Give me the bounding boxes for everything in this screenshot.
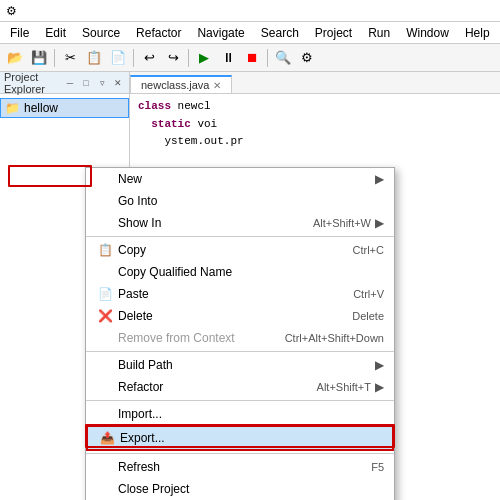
toolbar-paste-btn[interactable]: 📄 xyxy=(107,47,129,69)
panel-content: 📁 hellow xyxy=(0,94,129,122)
code-line-2: static voi xyxy=(138,116,492,134)
toolbar-settings-btn[interactable]: ⚙ xyxy=(296,47,318,69)
ctx-separator xyxy=(86,351,394,352)
menu-run[interactable]: Run xyxy=(360,24,398,42)
tree-item-icon: 📁 xyxy=(5,101,20,115)
menu-source[interactable]: Source xyxy=(74,24,128,42)
menu-navigate[interactable]: Navigate xyxy=(189,24,252,42)
ctx-label-refresh: Refresh xyxy=(118,460,351,474)
panel-header: Project Explorer ─ □ ▿ ✕ xyxy=(0,72,129,94)
ctx-item-buildpath[interactable]: Build Path▶ xyxy=(86,354,394,376)
ctx-item-paste[interactable]: 📄PasteCtrl+V xyxy=(86,283,394,305)
toolbar-cut-btn[interactable]: ✂ xyxy=(59,47,81,69)
ctx-icon-paste: 📄 xyxy=(96,287,114,301)
ctx-item-refactor[interactable]: RefactorAlt+Shift+T▶ xyxy=(86,376,394,398)
tree-item-hellow[interactable]: 📁 hellow xyxy=(0,98,129,118)
ctx-label-delete: Delete xyxy=(118,309,332,323)
ctx-separator xyxy=(86,236,394,237)
title-bar: ⚙ xyxy=(0,0,500,22)
code-keyword-2: static xyxy=(138,118,197,130)
toolbar-redo-btn[interactable]: ↪ xyxy=(162,47,184,69)
tab-newclass[interactable]: newclass.java ✕ xyxy=(130,75,232,93)
panel-menu-btn[interactable]: ✕ xyxy=(111,76,125,90)
toolbar-run-btn[interactable]: ▶ xyxy=(193,47,215,69)
ctx-shortcut-copy: Ctrl+C xyxy=(353,244,384,256)
code-text-2: voi xyxy=(197,118,217,130)
ctx-item-import[interactable]: Import... xyxy=(86,403,394,425)
ctx-shortcut-showin: Alt+Shift+W xyxy=(313,217,371,229)
ctx-item-new[interactable]: New▶ xyxy=(86,168,394,190)
ctx-shortcut-refactor: Alt+Shift+T xyxy=(317,381,371,393)
menu-file[interactable]: File xyxy=(2,24,37,42)
toolbar-undo-btn[interactable]: ↩ xyxy=(138,47,160,69)
menu-project[interactable]: Project xyxy=(307,24,360,42)
ctx-label-copy: Copy xyxy=(118,243,333,257)
toolbar-sep-3 xyxy=(188,49,189,67)
menu-help[interactable]: Help xyxy=(457,24,498,42)
ctx-shortcut-paste: Ctrl+V xyxy=(353,288,384,300)
toolbar-stop-btn[interactable]: ⏹ xyxy=(241,47,263,69)
panel-close-btn[interactable]: ▿ xyxy=(95,76,109,90)
main-area: Project Explorer ─ □ ▿ ✕ 📁 hellow newcla… xyxy=(0,72,500,500)
code-area: class newcl static voi ystem.out.pr xyxy=(130,94,500,155)
context-menu: New▶Go IntoShow InAlt+Shift+W▶📋CopyCtrl+… xyxy=(85,167,395,500)
toolbar-save-btn[interactable]: 💾 xyxy=(28,47,50,69)
ctx-label-closeproject: Close Project xyxy=(118,482,384,496)
ctx-shortcut-refresh: F5 xyxy=(371,461,384,473)
code-text-1: newcl xyxy=(178,100,211,112)
toolbar-copy-btn[interactable]: 📋 xyxy=(83,47,105,69)
ctx-arrow-showin: ▶ xyxy=(375,216,384,230)
ctx-label-refactor: Refactor xyxy=(118,380,297,394)
code-line-3: ystem.out.pr xyxy=(138,133,492,151)
toolbar-sep-1 xyxy=(54,49,55,67)
ctx-item-copyqualified[interactable]: Copy Qualified Name xyxy=(86,261,394,283)
toolbar-pause-btn[interactable]: ⏸ xyxy=(217,47,239,69)
tree-item-label: hellow xyxy=(24,101,58,115)
toolbar-search-btn[interactable]: 🔍 xyxy=(272,47,294,69)
ctx-separator xyxy=(86,453,394,454)
ctx-label-export: Export... xyxy=(120,431,382,445)
ctx-item-delete[interactable]: ❌DeleteDelete xyxy=(86,305,394,327)
ctx-icon-delete: ❌ xyxy=(96,309,114,323)
panel-header-icons: ─ □ ▿ ✕ xyxy=(63,76,125,90)
tab-bar: newclass.java ✕ xyxy=(130,72,500,94)
toolbar-new-btn[interactable]: 📂 xyxy=(4,47,26,69)
ctx-label-paste: Paste xyxy=(118,287,333,301)
ctx-label-buildpath: Build Path xyxy=(118,358,371,372)
ctx-icon-export: 📤 xyxy=(98,431,116,445)
ctx-arrow-buildpath: ▶ xyxy=(375,358,384,372)
tab-close-icon[interactable]: ✕ xyxy=(213,80,221,91)
toolbar-sep-4 xyxy=(267,49,268,67)
ctx-item-gointo[interactable]: Go Into xyxy=(86,190,394,212)
menu-bar: File Edit Source Refactor Navigate Searc… xyxy=(0,22,500,44)
ctx-item-showin[interactable]: Show InAlt+Shift+W▶ xyxy=(86,212,394,234)
panel-maximize-btn[interactable]: □ xyxy=(79,76,93,90)
ctx-item-export[interactable]: 📤Export... xyxy=(86,425,394,451)
ctx-label-new: New xyxy=(118,172,371,186)
ctx-item-closeproject[interactable]: Close Project xyxy=(86,478,394,500)
ctx-label-import: Import... xyxy=(118,407,384,421)
ctx-arrow-new: ▶ xyxy=(375,172,384,186)
menu-edit[interactable]: Edit xyxy=(37,24,74,42)
panel-title: Project Explorer xyxy=(4,71,59,95)
app-icon: ⚙ xyxy=(6,4,20,18)
panel-minimize-btn[interactable]: ─ xyxy=(63,76,77,90)
ctx-label-copyqualified: Copy Qualified Name xyxy=(118,265,384,279)
menu-search[interactable]: Search xyxy=(253,24,307,42)
ctx-label-gointo: Go Into xyxy=(118,194,384,208)
code-line-1: class newcl xyxy=(138,98,492,116)
ctx-separator xyxy=(86,400,394,401)
ctx-item-removefromcontext: Remove from ContextCtrl+Alt+Shift+Down xyxy=(86,327,394,349)
toolbar-sep-2 xyxy=(133,49,134,67)
menu-refactor[interactable]: Refactor xyxy=(128,24,189,42)
code-text-3: ystem.out.pr xyxy=(138,135,244,147)
ctx-item-copy[interactable]: 📋CopyCtrl+C xyxy=(86,239,394,261)
menu-window[interactable]: Window xyxy=(398,24,457,42)
ctx-shortcut-removefromcontext: Ctrl+Alt+Shift+Down xyxy=(285,332,384,344)
ctx-icon-copy: 📋 xyxy=(96,243,114,257)
toolbar: 📂 💾 ✂ 📋 📄 ↩ ↪ ▶ ⏸ ⏹ 🔍 ⚙ xyxy=(0,44,500,72)
ctx-item-refresh[interactable]: RefreshF5 xyxy=(86,456,394,478)
ctx-arrow-refactor: ▶ xyxy=(375,380,384,394)
ctx-shortcut-delete: Delete xyxy=(352,310,384,322)
ctx-label-showin: Show In xyxy=(118,216,293,230)
